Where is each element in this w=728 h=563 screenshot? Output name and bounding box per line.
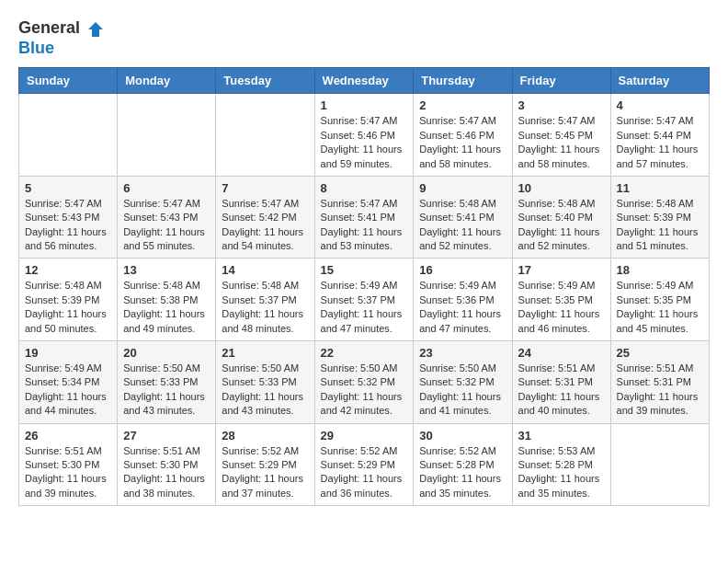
day-number: 27 [123, 429, 210, 442]
sunrise-text: Sunrise: 5:51 AM [123, 445, 200, 456]
sunrise-text: Sunrise: 5:51 AM [25, 445, 102, 456]
column-header-tuesday: Tuesday [216, 68, 314, 94]
sunrise-text: Sunrise: 5:48 AM [617, 198, 694, 209]
sunset-text: Sunset: 5:39 PM [25, 294, 99, 305]
calendar-cell: 15 Sunrise: 5:49 AM Sunset: 5:37 PM Dayl… [314, 259, 414, 341]
sunset-text: Sunset: 5:46 PM [321, 130, 395, 141]
week-row-2: 5 Sunrise: 5:47 AM Sunset: 5:43 PM Dayli… [19, 176, 710, 259]
day-info: Sunrise: 5:49 AM Sunset: 5:35 PM Dayligh… [518, 279, 605, 336]
daylight-text: Daylight: 11 hours and 54 minutes. [222, 226, 303, 251]
day-info: Sunrise: 5:51 AM Sunset: 5:30 PM Dayligh… [25, 444, 111, 501]
sunrise-text: Sunrise: 5:47 AM [518, 115, 596, 126]
calendar-cell: 3 Sunrise: 5:47 AM Sunset: 5:45 PM Dayli… [512, 94, 610, 177]
day-info: Sunrise: 5:49 AM Sunset: 5:34 PM Dayligh… [25, 362, 111, 419]
day-info: Sunrise: 5:47 AM Sunset: 5:44 PM Dayligh… [617, 114, 703, 171]
sunrise-text: Sunrise: 5:49 AM [419, 280, 496, 291]
daylight-text: Daylight: 11 hours and 40 minutes. [518, 391, 600, 416]
day-info: Sunrise: 5:47 AM Sunset: 5:41 PM Dayligh… [321, 197, 408, 254]
sunset-text: Sunset: 5:33 PM [222, 376, 296, 387]
column-header-sunday: Sunday [19, 68, 118, 94]
calendar-cell [19, 94, 118, 177]
column-header-friday: Friday [512, 68, 610, 94]
sunrise-text: Sunrise: 5:52 AM [321, 445, 398, 456]
daylight-text: Daylight: 11 hours and 50 minutes. [25, 308, 107, 333]
week-row-4: 19 Sunrise: 5:49 AM Sunset: 5:34 PM Dayl… [19, 341, 710, 424]
sunset-text: Sunset: 5:41 PM [321, 212, 395, 223]
day-number: 12 [25, 263, 111, 277]
day-info: Sunrise: 5:48 AM Sunset: 5:38 PM Dayligh… [123, 279, 210, 336]
daylight-text: Daylight: 11 hours and 58 minutes. [419, 144, 501, 168]
week-row-3: 12 Sunrise: 5:48 AM Sunset: 5:39 PM Dayl… [19, 259, 710, 341]
sunset-text: Sunset: 5:34 PM [25, 376, 99, 387]
calendar-cell: 27 Sunrise: 5:51 AM Sunset: 5:30 PM Dayl… [118, 423, 216, 506]
day-number: 15 [321, 263, 408, 277]
sunrise-text: Sunrise: 5:47 AM [617, 115, 694, 126]
day-info: Sunrise: 5:52 AM Sunset: 5:29 PM Dayligh… [222, 444, 308, 501]
sunrise-text: Sunrise: 5:50 AM [321, 362, 398, 373]
day-number: 19 [25, 346, 111, 360]
day-info: Sunrise: 5:48 AM Sunset: 5:41 PM Dayligh… [419, 197, 506, 254]
calendar-cell: 13 Sunrise: 5:48 AM Sunset: 5:38 PM Dayl… [118, 259, 216, 341]
day-number: 6 [123, 181, 210, 195]
daylight-text: Daylight: 11 hours and 51 minutes. [617, 226, 699, 251]
day-info: Sunrise: 5:50 AM Sunset: 5:33 PM Dayligh… [123, 362, 210, 419]
day-info: Sunrise: 5:53 AM Sunset: 5:28 PM Dayligh… [518, 444, 605, 501]
svg-marker-0 [88, 22, 103, 37]
day-number: 14 [222, 263, 308, 277]
sunrise-text: Sunrise: 5:49 AM [321, 280, 398, 291]
day-number: 5 [25, 181, 111, 195]
header-row: SundayMondayTuesdayWednesdayThursdayFrid… [19, 68, 710, 94]
day-number: 4 [617, 98, 703, 112]
sunset-text: Sunset: 5:32 PM [419, 376, 494, 387]
sunrise-text: Sunrise: 5:47 AM [123, 198, 200, 209]
calendar-cell: 6 Sunrise: 5:47 AM Sunset: 5:43 PM Dayli… [118, 176, 216, 259]
sunset-text: Sunset: 5:33 PM [123, 376, 198, 387]
day-info: Sunrise: 5:50 AM Sunset: 5:32 PM Dayligh… [419, 362, 506, 419]
day-info: Sunrise: 5:49 AM Sunset: 5:35 PM Dayligh… [617, 279, 703, 336]
calendar-cell: 30 Sunrise: 5:52 AM Sunset: 5:28 PM Dayl… [414, 423, 512, 506]
sunrise-text: Sunrise: 5:47 AM [25, 198, 102, 209]
daylight-text: Daylight: 11 hours and 52 minutes. [518, 226, 600, 251]
sunset-text: Sunset: 5:46 PM [419, 130, 494, 141]
daylight-text: Daylight: 11 hours and 45 minutes. [617, 308, 699, 333]
calendar-cell: 22 Sunrise: 5:50 AM Sunset: 5:32 PM Dayl… [314, 341, 414, 424]
calendar-cell: 24 Sunrise: 5:51 AM Sunset: 5:31 PM Dayl… [512, 341, 610, 424]
sunrise-text: Sunrise: 5:52 AM [419, 445, 496, 456]
daylight-text: Daylight: 11 hours and 47 minutes. [419, 308, 501, 333]
calendar-cell [118, 94, 216, 177]
day-info: Sunrise: 5:50 AM Sunset: 5:33 PM Dayligh… [222, 362, 308, 419]
week-row-1: 1 Sunrise: 5:47 AM Sunset: 5:46 PM Dayli… [19, 94, 710, 177]
sunrise-text: Sunrise: 5:48 AM [123, 280, 200, 291]
day-number: 8 [321, 181, 408, 195]
calendar-cell: 1 Sunrise: 5:47 AM Sunset: 5:46 PM Dayli… [314, 94, 414, 177]
logo-blue: Blue [18, 39, 54, 57]
day-info: Sunrise: 5:47 AM Sunset: 5:43 PM Dayligh… [25, 197, 111, 254]
daylight-text: Daylight: 11 hours and 36 minutes. [321, 473, 403, 498]
calendar-cell [216, 94, 314, 177]
day-info: Sunrise: 5:52 AM Sunset: 5:28 PM Dayligh… [419, 444, 506, 501]
calendar-cell: 17 Sunrise: 5:49 AM Sunset: 5:35 PM Dayl… [512, 259, 610, 341]
day-number: 23 [419, 346, 506, 360]
day-info: Sunrise: 5:48 AM Sunset: 5:37 PM Dayligh… [222, 279, 308, 336]
day-info: Sunrise: 5:49 AM Sunset: 5:37 PM Dayligh… [321, 279, 408, 336]
day-number: 18 [617, 263, 703, 277]
sunrise-text: Sunrise: 5:47 AM [222, 198, 299, 209]
calendar-cell: 23 Sunrise: 5:50 AM Sunset: 5:32 PM Dayl… [414, 341, 512, 424]
day-number: 25 [617, 346, 703, 360]
sunrise-text: Sunrise: 5:52 AM [222, 445, 299, 456]
calendar-cell: 14 Sunrise: 5:48 AM Sunset: 5:37 PM Dayl… [216, 259, 314, 341]
sunrise-text: Sunrise: 5:50 AM [222, 362, 299, 373]
column-header-thursday: Thursday [414, 68, 512, 94]
calendar-cell: 29 Sunrise: 5:52 AM Sunset: 5:29 PM Dayl… [314, 423, 414, 506]
sunset-text: Sunset: 5:31 PM [518, 376, 593, 387]
daylight-text: Daylight: 11 hours and 37 minutes. [222, 473, 303, 498]
day-number: 16 [419, 263, 506, 277]
calendar-cell: 25 Sunrise: 5:51 AM Sunset: 5:31 PM Dayl… [610, 341, 709, 424]
sunrise-text: Sunrise: 5:50 AM [419, 362, 496, 373]
logo-general: General [18, 18, 80, 37]
sunrise-text: Sunrise: 5:48 AM [222, 280, 299, 291]
column-header-wednesday: Wednesday [314, 68, 414, 94]
column-header-monday: Monday [118, 68, 216, 94]
day-info: Sunrise: 5:48 AM Sunset: 5:39 PM Dayligh… [617, 197, 703, 254]
day-info: Sunrise: 5:51 AM Sunset: 5:30 PM Dayligh… [123, 444, 210, 501]
